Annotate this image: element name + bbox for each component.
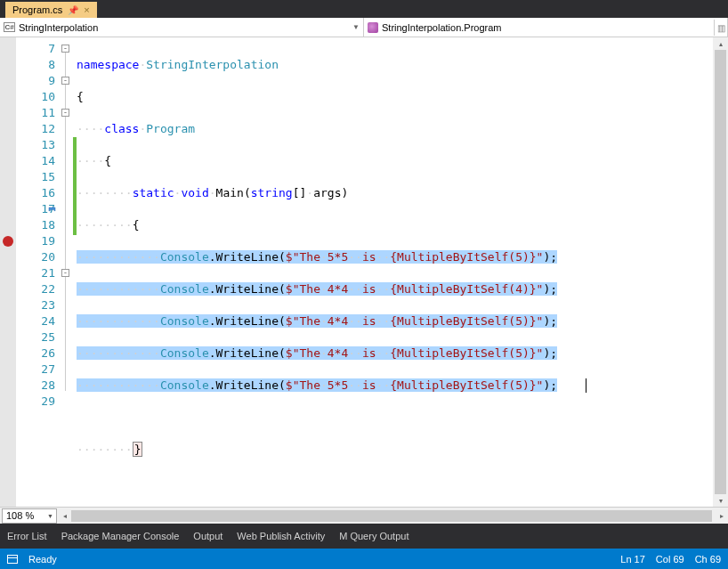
tab-package-manager-console[interactable]: Package Manager Console [61,531,180,541]
status-bar: Ready Ln 17 Col 69 Ch 69 [0,549,728,569]
namespace-label: StringInterpolation [19,22,98,33]
chevron-down-icon: ▼ [352,23,360,31]
horizontal-scroll-thumb[interactable] [71,510,712,522]
class-label: StringInterpolation.Program [382,22,502,33]
text-caret [586,378,586,393]
tab-m-query-output[interactable]: M Query Output [339,531,408,541]
tab-title: Program.cs [12,4,62,15]
navigation-bar: C#StringInterpolation ▼ StringInterpolat… [0,18,728,37]
zoom-value: 108 % [6,510,34,521]
horizontal-scrollbar[interactable]: ◂ ▸ [59,508,728,524]
status-line: Ln 17 [620,554,645,565]
document-tab-bar: Program.cs 📌 × [0,0,728,18]
vertical-scroll-thumb[interactable] [715,50,726,494]
tab-web-publish-activity[interactable]: Web Publish Activity [237,531,325,541]
tab-output[interactable]: Output [193,531,222,541]
line-number-gutter: 7891011121314151617181920212223242526272… [16,37,61,507]
tab-error-list[interactable]: Error List [7,531,47,541]
fold-toggle[interactable]: - [61,77,69,85]
zoom-selector[interactable]: 108 % ▼ [2,508,57,524]
bookmark-flag-icon[interactable] [48,204,57,213]
class-dropdown[interactable]: StringInterpolation.Program ▼ [364,18,728,37]
fold-toggle[interactable]: - [61,109,69,117]
scroll-left-arrow-icon[interactable]: ◂ [59,508,71,524]
code-editor[interactable]: 7891011121314151617181920212223242526272… [0,37,728,507]
breakpoint-icon[interactable] [3,236,13,247]
close-icon[interactable]: × [84,4,89,15]
scroll-down-arrow-icon[interactable]: ▾ [713,494,728,507]
fold-toggle[interactable]: - [61,269,69,277]
window-icon[interactable] [7,555,18,564]
editor-footer-bar: 108 % ▼ ◂ ▸ [0,507,728,524]
class-icon [368,22,378,33]
fold-toggle[interactable]: - [61,45,69,53]
status-column: Col 69 [656,554,684,565]
breakpoint-gutter[interactable] [0,37,16,507]
vertical-scrollbar[interactable]: ▴ ▾ [713,37,728,507]
namespace-dropdown[interactable]: C#StringInterpolation ▼ [0,18,364,37]
chevron-down-icon: ▼ [47,513,56,519]
outlining-gutter[interactable]: - - - - [61,37,73,507]
output-panel-tabs: Error List Package Manager Console Outpu… [0,524,728,549]
pin-icon[interactable]: 📌 [68,5,78,15]
scroll-right-arrow-icon[interactable]: ▸ [716,508,728,524]
status-char: Ch 69 [695,554,721,565]
scroll-up-arrow-icon[interactable]: ▴ [713,37,728,50]
split-editor-icon[interactable]: ▥ [714,20,727,36]
csharp-icon: C# [4,22,15,32]
status-ready: Ready [28,554,57,565]
code-text-area[interactable]: namespace·StringInterpolation { ····clas… [77,37,728,507]
file-tab-program-cs[interactable]: Program.cs 📌 × [5,2,97,18]
